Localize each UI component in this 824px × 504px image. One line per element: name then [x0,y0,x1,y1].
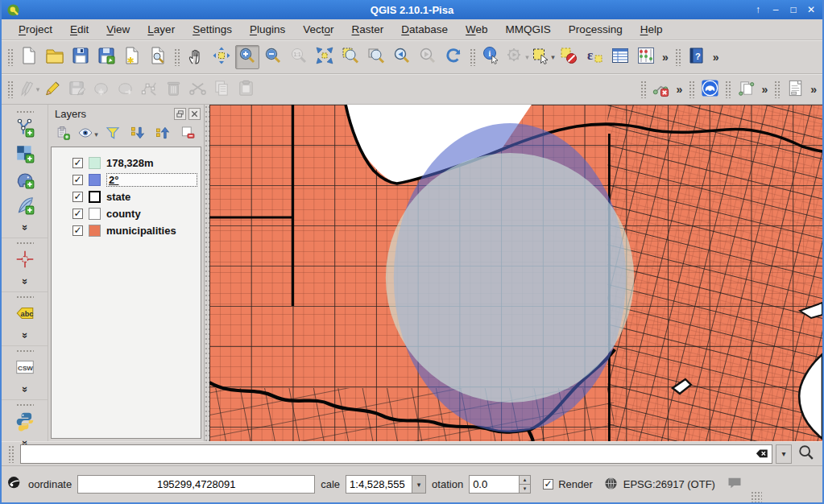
toolbar-grip[interactable] [7,81,13,98]
toolbar-overflow-button[interactable]: » [710,51,723,64]
remove-layer-button[interactable] [178,125,197,144]
toolbar-overflow-button[interactable]: » [807,83,820,96]
layer-visibility-checkbox[interactable]: ✓ [72,175,83,185]
coordinate-input[interactable] [77,475,315,494]
statistical-summary-button[interactable] [634,45,658,69]
python-console-button[interactable] [12,410,38,436]
zoom-out-button[interactable] [261,45,285,69]
menu-help[interactable]: Help [631,21,672,38]
crs-status-button[interactable]: EPSG:26917 (OTF) [603,476,715,494]
toolbar-grip[interactable] [16,242,34,246]
merge-features-button[interactable] [735,78,757,101]
help-button[interactable]: ? [685,45,709,69]
layer-row-2-[interactable]: ✓2° [52,171,201,188]
menu-plugins[interactable]: Plugins [241,21,294,38]
search-history-dropdown[interactable]: ▾ [776,444,792,464]
menu-processing[interactable]: Processing [560,21,631,38]
refresh-map-button[interactable] [441,45,466,69]
collapse-all-button[interactable] [153,125,172,144]
extents-toggle-icon[interactable] [6,475,23,494]
clear-search-icon[interactable] [755,447,769,465]
toolbar-overflow-button[interactable]: » [659,51,672,64]
menu-web[interactable]: Web [457,21,497,38]
dock-close-button[interactable] [188,108,201,120]
current-edits-dropdown[interactable]: ▾ [36,85,40,93]
layer-row-178-328m[interactable]: ✓178,328m [52,155,201,171]
menu-mmqgis[interactable]: MMQGIS [497,21,560,38]
toolbar-grip[interactable] [16,295,34,300]
delete-vertex-button[interactable] [650,78,673,101]
toolbar-grip[interactable] [725,81,731,98]
toolbar-overflow-button[interactable]: » [673,83,686,96]
menu-edit[interactable]: Edit [61,21,97,38]
zoom-full-button[interactable] [313,45,337,69]
maximize-button[interactable]: □ [787,3,800,16]
label-toolbar-button[interactable]: abc [12,302,38,328]
close-button[interactable]: ✕ [805,3,818,16]
new-project-button[interactable] [17,45,41,69]
new-print-composer-button[interactable] [120,45,144,69]
layer-label[interactable]: county [106,208,141,220]
run-feature-action-dropdown[interactable]: ▾ [525,53,529,61]
road-graph-shortest-path-button[interactable] [698,78,721,101]
add-spatialite-layer-button[interactable] [12,194,38,220]
layer-row-municipalities[interactable]: ✓municipalities [52,222,201,239]
save-project-button[interactable] [68,45,93,69]
expand-all-button[interactable] [128,125,147,144]
add-postgis-layer-button[interactable] [12,168,38,194]
toolbar-grip[interactable] [774,81,780,98]
manage-layer-visibility-button[interactable]: ▾ [78,125,97,144]
layer-row-state[interactable]: ✓state [52,188,201,205]
toolbar-extend-button[interactable]: » [19,225,30,229]
search-input[interactable] [20,444,772,464]
search-button[interactable] [795,444,818,465]
menu-settings[interactable]: Settings [184,21,241,38]
layer-label[interactable]: 178,328m [106,157,154,169]
pan-map-to-selection-button[interactable] [209,45,234,69]
composer-manager-button[interactable] [146,45,170,69]
toggle-editing-button[interactable] [41,78,64,101]
rotation-input[interactable] [469,475,519,494]
scale-dropdown[interactable]: ▾ [412,475,426,494]
toolbar-extend-button[interactable]: » [19,386,30,391]
map-canvas[interactable] [209,105,822,441]
zoom-in-button[interactable] [235,45,259,69]
toolbar-grip[interactable] [470,48,475,66]
metasearch-csw-button[interactable]: CSW [12,356,38,382]
toolbar-grip[interactable] [689,81,694,98]
resize-grip[interactable] [751,491,762,502]
toolbar-grip[interactable] [16,110,34,114]
log-messages-icon[interactable] [726,475,743,494]
render-checkbox[interactable]: ✓ [543,479,553,490]
add-vector-layer-button[interactable] [12,117,38,143]
rotation-up[interactable]: ▴ [520,476,530,485]
open-attribute-table-button[interactable] [608,45,632,69]
manage-layer-visibility-dropdown[interactable]: ▾ [94,130,98,138]
search-toolbar-grip[interactable] [8,445,14,463]
layer-visibility-checkbox[interactable]: ✓ [72,158,83,168]
menu-project[interactable]: Project [10,21,61,38]
menu-vector[interactable]: Vector [294,21,342,38]
annotation-form-button[interactable] [784,78,806,101]
layer-label[interactable]: municipalities [106,225,176,237]
toolbar-grip[interactable] [16,403,34,407]
menu-layer[interactable]: Layer [139,21,184,38]
dock-float-button[interactable] [174,108,186,120]
toolbar-grip[interactable] [640,81,646,98]
zoom-to-layer-button[interactable] [364,45,388,69]
layer-label[interactable]: 2° [106,173,197,187]
toolbar-grip[interactable] [7,48,13,66]
deselect-features-button[interactable] [557,45,581,69]
scale-input[interactable] [346,475,412,494]
coordinate-capture-button[interactable] [12,248,38,274]
toolbar-grip[interactable] [675,48,681,66]
layer-visibility-checkbox[interactable]: ✓ [72,225,83,236]
save-project-as-button[interactable] [94,45,118,69]
toolbar-extend-button[interactable]: » [19,279,30,283]
add-raster-layer-button[interactable] [12,143,38,168]
add-group-button[interactable] [53,125,72,144]
menu-database[interactable]: Database [392,21,457,38]
minimize-button[interactable]: – [769,3,782,16]
pan-map-button[interactable] [184,45,208,69]
toolbar-grip[interactable] [174,48,180,66]
